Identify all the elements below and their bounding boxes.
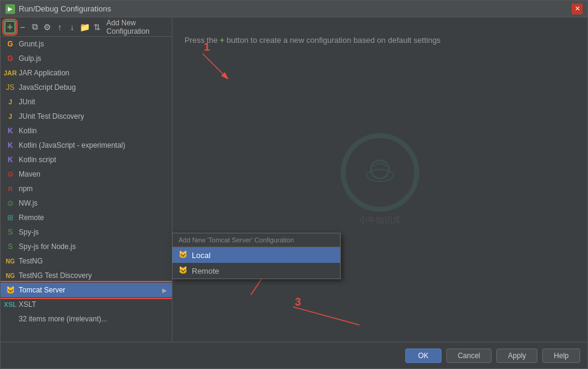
list-item-jar[interactable]: JAR JAR Application	[1, 66, 172, 80]
list-item-xslt-label: XSLT	[19, 300, 36, 309]
list-item-testng-discovery-label: TestNG Test Discovery	[19, 271, 92, 280]
title-bar: ▶ Run/Debug Configurations ✕	[1, 1, 587, 17]
list-item-spy-js-label: Spy-js	[19, 228, 39, 236]
list-item-junit-discovery-label: JUnit Test Discovery	[19, 112, 84, 121]
copy-configuration-button[interactable]: ⧉	[30, 20, 41, 34]
list-item-nwjs-label: NW.js	[19, 199, 37, 207]
jar-icon: JAR	[5, 68, 15, 78]
submenu-item-local[interactable]: 🐱 Local	[172, 247, 340, 263]
jsdebug-icon: JS	[5, 83, 15, 92]
tomcat-remote-icon: 🐱	[179, 266, 188, 276]
svg-point-1	[367, 169, 393, 181]
list-item-jsdebug-label: JavaScript Debug	[19, 83, 76, 92]
move-up-button[interactable]: ↑	[54, 20, 66, 34]
remove-configuration-button[interactable]: −	[17, 20, 28, 34]
window-icon: ▶	[5, 4, 15, 14]
list-item-jar-label: JAR Application	[19, 69, 69, 77]
testng-icon: NG	[5, 256, 15, 266]
title-bar-left: ▶ Run/Debug Configurations	[5, 4, 111, 14]
list-item-testng-label: TestNG	[19, 257, 43, 265]
window-title: Run/Debug Configurations	[19, 4, 111, 13]
list-item-jsdebug[interactable]: JS JavaScript Debug	[1, 80, 172, 95]
run-debug-configurations-window: ▶ Run/Debug Configurations ✕ + − ⧉ ⚙ ↑ ↓…	[0, 0, 588, 369]
submenu-item-local-label: Local	[192, 251, 210, 260]
folder-button[interactable]: 📁	[79, 20, 90, 34]
list-item-grunt-label: Grunt.js	[19, 40, 44, 48]
testng-discovery-icon: NG	[5, 271, 15, 280]
help-text-before: Press the	[185, 36, 218, 45]
list-item-gulp[interactable]: G Gulp.js	[1, 51, 172, 66]
list-item-junit[interactable]: J JUnit	[1, 95, 172, 109]
close-button[interactable]: ✕	[572, 4, 583, 14]
left-panel: + − ⧉ ⚙ ↑ ↓ 📁 ⇅ Add New Configuration G …	[1, 17, 172, 342]
apply-button[interactable]: Apply	[496, 348, 537, 363]
sort-button[interactable]: ⇅	[92, 20, 103, 34]
watermark-svg	[362, 154, 398, 191]
spy-js-node-icon: S	[5, 242, 15, 251]
watermark: 小牛知识库	[326, 125, 434, 234]
maven-icon: ⚙	[5, 169, 15, 179]
nwjs-icon: ⊙	[5, 198, 15, 208]
list-item-junit-discovery[interactable]: J JUnit Test Discovery	[1, 109, 172, 124]
list-item-kotlin-js-label: Kotlin (JavaScript - experimental)	[19, 141, 125, 150]
bottom-bar: OK Cancel Apply Help	[1, 342, 587, 368]
list-item-more-label: 32 items more (irrelevant)...	[19, 315, 107, 323]
more-icon	[5, 314, 15, 324]
tomcat-icon: 🐱	[5, 285, 15, 295]
list-item-kotlin-script-label: Kotlin script	[19, 156, 56, 164]
help-text: Press the + button to create a new confi…	[185, 36, 441, 45]
spy-js-icon: S	[5, 227, 15, 237]
help-button[interactable]: Help	[542, 348, 580, 363]
right-panel: Press the + button to create a new confi…	[172, 17, 587, 342]
add-new-label: Add New Configuration	[104, 19, 168, 36]
list-item-grunt[interactable]: G Grunt.js	[1, 37, 172, 51]
list-item-kotlin[interactable]: K Kotlin	[1, 124, 172, 138]
grunt-icon: G	[5, 39, 15, 49]
ok-button[interactable]: OK	[405, 348, 441, 363]
toolbar: + − ⧉ ⚙ ↑ ↓ 📁 ⇅ Add New Configuration	[1, 17, 172, 37]
list-item-spy-js-node-label: Spy-js for Node.js	[19, 242, 76, 251]
content-area: + − ⧉ ⚙ ↑ ↓ 📁 ⇅ Add New Configuration G …	[1, 17, 587, 342]
list-item-kotlin-label: Kotlin	[19, 127, 37, 135]
list-item-spy-js-node[interactable]: S Spy-js for Node.js	[1, 239, 172, 254]
gulp-icon: G	[5, 54, 15, 63]
list-item-kotlin-js[interactable]: K Kotlin (JavaScript - experimental)	[1, 138, 172, 153]
move-down-button[interactable]: ↓	[66, 20, 78, 34]
xslt-icon: XSL	[5, 300, 15, 309]
list-item-remote-label: Remote	[19, 213, 44, 222]
svg-text:3: 3	[295, 296, 301, 308]
list-item-kotlin-script[interactable]: K Kotlin script	[1, 153, 172, 167]
kotlin-script-icon: K	[5, 155, 15, 165]
configuration-list[interactable]: G Grunt.js G Gulp.js JAR JAR Application…	[1, 37, 172, 342]
submenu-arrow: ▶	[162, 287, 167, 294]
settings-button[interactable]: ⚙	[42, 20, 53, 34]
submenu-item-remote-label: Remote	[192, 266, 220, 276]
tomcat-local-icon: 🐱	[179, 250, 188, 260]
npm-icon: n	[5, 184, 15, 194]
submenu-item-remote[interactable]: 🐱 Remote	[172, 263, 340, 279]
remote-icon: ⊞	[5, 213, 15, 222]
list-item-maven[interactable]: ⚙ Maven	[1, 167, 172, 181]
add-configuration-button[interactable]: +	[4, 20, 16, 34]
list-item-gulp-label: Gulp.js	[19, 54, 41, 63]
svg-line-4	[251, 277, 263, 295]
list-item-npm-label: npm	[19, 184, 33, 193]
watermark-text: 小牛知识库	[359, 215, 401, 226]
list-item-npm[interactable]: n npm	[1, 181, 172, 196]
list-item-remote[interactable]: ⊞ Remote	[1, 210, 172, 225]
list-item-testng[interactable]: NG TestNG	[1, 254, 172, 268]
list-item-more[interactable]: 32 items more (irrelevant)...	[1, 312, 172, 326]
svg-line-6	[293, 307, 359, 325]
cancel-button[interactable]: Cancel	[446, 348, 492, 363]
list-item-xslt[interactable]: XSL XSLT	[1, 297, 172, 312]
list-item-tomcat[interactable]: 🐱 Tomcat Server ▶	[1, 283, 172, 297]
list-item-testng-discovery[interactable]: NG TestNG Test Discovery	[1, 268, 172, 283]
junit-icon: J	[5, 97, 15, 107]
kotlin-js-icon: K	[5, 140, 15, 150]
kotlin-icon: K	[5, 126, 15, 136]
help-text-plus: +	[220, 36, 225, 45]
list-item-tomcat-label: Tomcat Server	[19, 286, 65, 294]
list-item-spy-js[interactable]: S Spy-js	[1, 225, 172, 239]
list-item-nwjs[interactable]: ⊙ NW.js	[1, 196, 172, 210]
junit-discovery-icon: J	[5, 112, 15, 121]
